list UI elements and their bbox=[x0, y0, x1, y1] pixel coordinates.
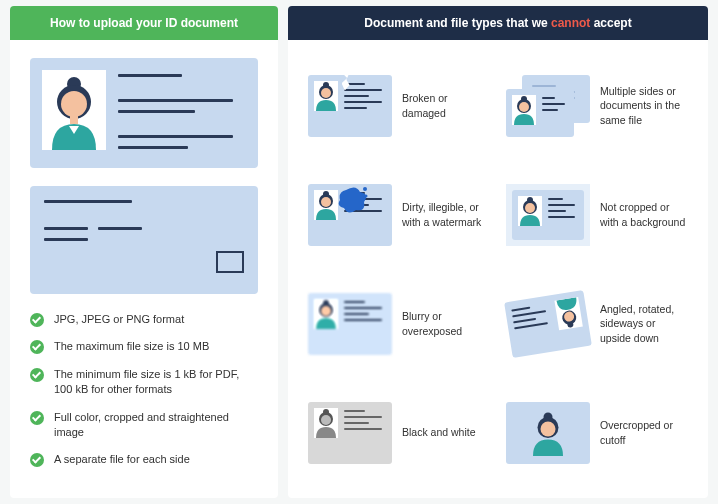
thumb-rotated-icon bbox=[506, 293, 590, 355]
header-text: accept bbox=[590, 16, 631, 30]
reject-not-cropped: Not cropped or with a background bbox=[506, 165, 688, 264]
check-icon bbox=[30, 453, 44, 467]
signature-box-icon bbox=[216, 251, 244, 273]
svg-point-13 bbox=[363, 187, 367, 191]
requirement-item: The minimum file size is 1 kB for PDF, 1… bbox=[30, 367, 258, 398]
person-icon bbox=[554, 296, 582, 329]
person-icon bbox=[314, 81, 338, 111]
svg-point-29 bbox=[541, 421, 556, 436]
reject-label: Multiple sides or documents in the same … bbox=[600, 84, 688, 127]
header-emphasis: cannot bbox=[551, 16, 590, 30]
left-body: JPG, JPEG or PNG format The maximum file… bbox=[10, 40, 278, 498]
header-text: Document and file types that we bbox=[364, 16, 551, 30]
reject-bw: Black and white bbox=[308, 383, 490, 482]
person-icon bbox=[530, 411, 566, 456]
reject-rotated: Angled, rotated, sideways or upside down bbox=[506, 274, 688, 373]
requirement-text: Full color, cropped and straightened ima… bbox=[54, 410, 258, 441]
reject-broken: Broken or damaged bbox=[308, 56, 490, 155]
thumb-background-icon bbox=[506, 184, 590, 246]
reject-label: Blurry or overexposed bbox=[402, 309, 490, 337]
reject-label: Angled, rotated, sideways or upside down bbox=[600, 302, 688, 345]
avatar-photo bbox=[42, 70, 106, 150]
svg-point-12 bbox=[321, 197, 331, 207]
requirement-item: JPG, JPEG or PNG format bbox=[30, 312, 258, 327]
stain-icon bbox=[336, 186, 368, 214]
requirement-text: The maximum file size is 10 MB bbox=[54, 339, 209, 354]
thumb-bw-icon bbox=[308, 402, 392, 464]
person-icon bbox=[512, 95, 536, 125]
thumb-dirty-icon bbox=[308, 184, 392, 246]
check-icon bbox=[30, 411, 44, 425]
requirement-item: Full color, cropped and straightened ima… bbox=[30, 410, 258, 441]
check-icon bbox=[30, 313, 44, 327]
reject-multiple: Multiple sides or documents in the same … bbox=[506, 56, 688, 155]
thumb-overcropped-icon bbox=[506, 402, 590, 464]
person-icon bbox=[518, 196, 542, 226]
thumb-blurry-icon bbox=[308, 293, 392, 355]
reject-label: Broken or damaged bbox=[402, 91, 490, 119]
svg-rect-3 bbox=[70, 114, 78, 124]
reject-dirty: Dirty, illegible, or with a watermark bbox=[308, 165, 490, 264]
reject-label: Dirty, illegible, or with a watermark bbox=[402, 200, 490, 228]
left-panel: How to upload your ID document bbox=[10, 6, 278, 498]
svg-point-9 bbox=[519, 102, 529, 112]
left-header: How to upload your ID document bbox=[10, 6, 278, 40]
thumb-multiple-icon bbox=[506, 75, 590, 137]
person-icon bbox=[314, 190, 338, 220]
svg-point-6 bbox=[321, 88, 331, 98]
reject-label: Not cropped or with a background bbox=[600, 200, 688, 228]
check-icon bbox=[30, 340, 44, 354]
person-icon bbox=[314, 408, 338, 438]
id-back-illustration bbox=[30, 186, 258, 294]
svg-point-26 bbox=[321, 415, 331, 425]
check-icon bbox=[30, 368, 44, 382]
svg-point-14 bbox=[365, 194, 368, 197]
requirements-list: JPG, JPEG or PNG format The maximum file… bbox=[30, 312, 258, 468]
id-front-lines bbox=[118, 70, 246, 156]
right-header: Document and file types that we cannot a… bbox=[288, 6, 708, 40]
reject-label: Overcropped or cutoff bbox=[600, 418, 688, 446]
requirement-item: A separate file for each side bbox=[30, 452, 258, 467]
reject-blurry: Blurry or overexposed bbox=[308, 274, 490, 373]
svg-point-17 bbox=[525, 203, 535, 213]
person-icon bbox=[314, 299, 338, 329]
reject-overcropped: Overcropped or cutoff bbox=[506, 383, 688, 482]
rejection-grid: Broken or damaged Multiple sides or docu… bbox=[288, 40, 708, 498]
svg-point-2 bbox=[61, 91, 87, 117]
requirement-text: JPG, JPEG or PNG format bbox=[54, 312, 184, 327]
requirement-text: The minimum file size is 1 kB for PDF, 1… bbox=[54, 367, 258, 398]
reject-label: Black and white bbox=[402, 425, 476, 439]
person-icon bbox=[46, 74, 102, 150]
right-panel: Document and file types that we cannot a… bbox=[288, 6, 708, 498]
requirement-item: The maximum file size is 10 MB bbox=[30, 339, 258, 354]
requirement-text: A separate file for each side bbox=[54, 452, 190, 467]
thumb-broken-icon bbox=[308, 75, 392, 137]
id-front-illustration bbox=[30, 58, 258, 168]
svg-point-20 bbox=[321, 306, 331, 316]
